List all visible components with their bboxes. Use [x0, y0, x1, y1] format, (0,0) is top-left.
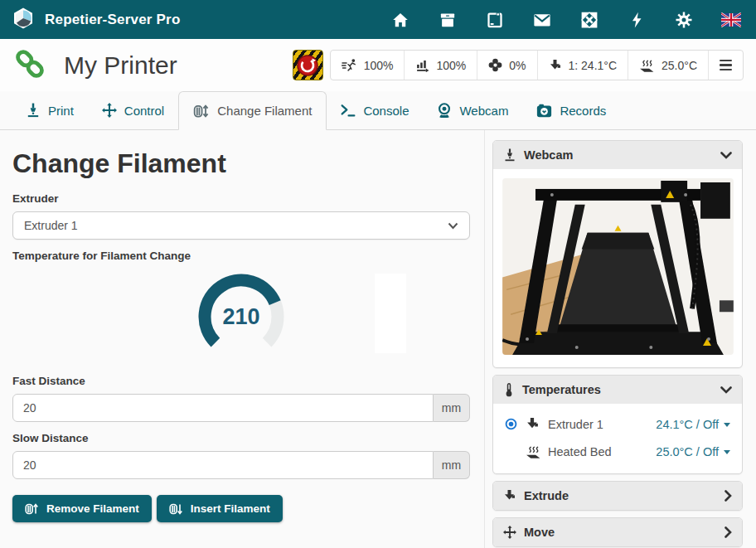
heated-bed-temp-row: Heated Bed 25.0°C / Off [505, 438, 730, 465]
extrude-panel-header[interactable]: Extrude [493, 482, 742, 510]
temperature-label: Temperature for Filament Change [12, 250, 470, 262]
caret-down-icon [724, 423, 730, 427]
tab-change-filament[interactable]: Change Filament [178, 91, 327, 130]
app-title: Repetier-Server Pro [45, 12, 180, 28]
fast-distance-input[interactable] [12, 394, 434, 422]
filament-down-icon [169, 502, 183, 516]
heated-bed-temp-name: Heated Bed [548, 445, 612, 458]
thermometer-icon [503, 383, 515, 397]
slow-distance-label: Slow Distance [12, 432, 470, 444]
slow-distance-group: mm [12, 451, 470, 479]
webcam-panel: Webcam [492, 140, 743, 368]
change-filament-panel: Change Filament Extruder Extruder 1 Temp… [0, 130, 484, 522]
extruder-temp-name: Extruder 1 [548, 418, 603, 431]
active-tool-radio-icon[interactable] [505, 418, 517, 430]
gauge-value: 210 [222, 304, 259, 329]
move-cross-icon [102, 103, 117, 118]
extruder-label: Extruder [12, 192, 470, 205]
hamburger-menu-icon [720, 60, 732, 70]
print-nozzle-icon [26, 103, 41, 118]
mail-icon[interactable] [532, 10, 552, 30]
move-cross-icon [503, 526, 516, 539]
bed-temp-status[interactable]: 25.0°C [628, 51, 708, 80]
speed-runner-icon [342, 58, 357, 72]
home-icon[interactable] [390, 10, 410, 30]
extruder-select[interactable]: Extruder 1 [12, 211, 470, 240]
main-scrollbar-track[interactable] [484, 130, 485, 548]
right-sidebar: Webcam [492, 140, 743, 547]
extruder-icon [526, 417, 540, 431]
repetier-logo-icon [12, 7, 35, 33]
chevron-right-icon [724, 490, 732, 502]
extrude-panel: Extrude [492, 481, 743, 511]
chevron-right-icon [724, 526, 732, 538]
insert-filament-button[interactable]: Insert Filament [157, 495, 283, 522]
emergency-stop-button[interactable] [293, 50, 323, 80]
printer-status-toolbar: 100% 100% 0% [330, 50, 744, 80]
archive-box-icon[interactable] [438, 10, 458, 30]
top-navbar: Repetier-Server Pro [0, 0, 756, 39]
page-title: Change Filament [12, 148, 470, 179]
flow-bars-icon [415, 58, 429, 72]
tab-console[interactable]: Console [327, 91, 423, 129]
webcam-panel-header[interactable]: Webcam [493, 141, 742, 169]
webcam-icon [437, 103, 452, 118]
printer-name: My Printer [64, 51, 177, 80]
heated-bed-icon [639, 58, 655, 72]
printer-header: My Printer 100% [0, 39, 756, 91]
flow-multiplier-status[interactable]: 100% [404, 51, 477, 80]
heated-bed-temp-dropdown[interactable]: 25.0°C / Off [656, 445, 730, 458]
console-icon [341, 104, 356, 118]
gauge-arc: 210 [189, 269, 293, 361]
fan-status[interactable]: 0% [477, 51, 536, 80]
fast-distance-group: mm [12, 394, 470, 422]
change-filament-icon [193, 104, 210, 119]
chevron-down-icon [720, 386, 732, 394]
fan-icon [488, 58, 502, 72]
extruder-temp-status[interactable]: 1: 24.1°C [537, 51, 628, 80]
power-bolt-icon[interactable] [627, 10, 647, 30]
temperatures-panel-header[interactable]: Temperatures [493, 376, 742, 404]
heated-bed-icon [526, 444, 541, 458]
chevron-down-icon [448, 222, 458, 230]
records-camera-icon [536, 104, 552, 118]
speed-multiplier-status[interactable]: 100% [331, 51, 405, 80]
tab-webcam[interactable]: Webcam [423, 91, 522, 129]
fullscreen-icon[interactable] [579, 10, 599, 30]
move-panel-header[interactable]: Move [493, 518, 742, 546]
chevron-down-icon [720, 152, 732, 159]
webcam-live-image [502, 178, 734, 355]
printer-menu-button[interactable] [708, 51, 743, 80]
tab-records[interactable]: Records [522, 91, 620, 129]
slow-distance-input[interactable] [12, 451, 434, 479]
extruder-temp-dropdown[interactable]: 24.1°C / Off [656, 418, 730, 431]
remove-filament-button[interactable]: Remove Filament [12, 495, 152, 522]
fast-distance-unit: mm [434, 394, 470, 422]
printer-tab-bar: Print Control Change Filament Console [0, 91, 756, 130]
language-uk-flag-icon[interactable] [721, 10, 741, 30]
fast-distance-label: Fast Distance [12, 375, 470, 387]
gauge-slider-area[interactable] [375, 274, 406, 353]
connection-chain-icon [12, 46, 47, 85]
extruder-temp-row: Extruder 1 24.1°C / Off [505, 410, 730, 438]
temperature-gauge[interactable]: 210 [12, 269, 470, 365]
caret-down-icon [724, 450, 730, 454]
temperatures-panel: Temperatures [492, 375, 743, 474]
extruder-icon [549, 59, 562, 72]
filament-up-icon [25, 502, 39, 516]
move-panel: Move [492, 517, 743, 547]
slow-distance-unit: mm [434, 451, 470, 479]
settings-gear-icon[interactable] [674, 10, 694, 30]
model-box-icon[interactable] [485, 10, 505, 30]
nozzle-icon [503, 148, 516, 162]
tab-print[interactable]: Print [12, 91, 88, 129]
tab-control[interactable]: Control [88, 91, 178, 129]
extruder-icon [503, 489, 516, 502]
